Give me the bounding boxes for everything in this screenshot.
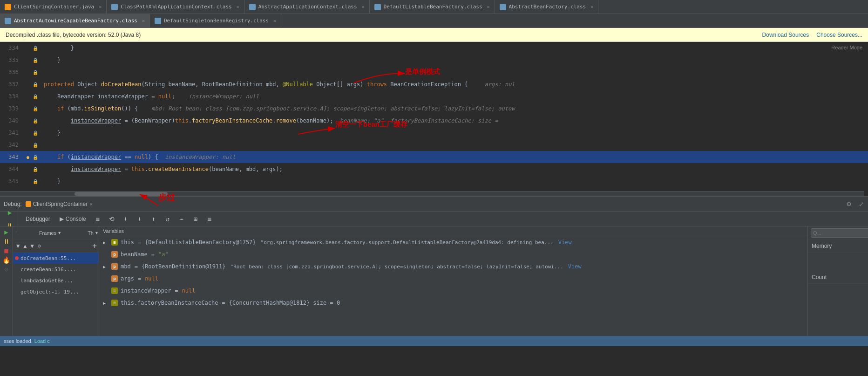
- code-line-339: 339 🔒 if (mbd.isSingleton()) { mbd: Root…: [0, 103, 868, 115]
- right-panel: ⚙ Memory Count: [807, 226, 868, 336]
- memory-section[interactable]: Memory: [808, 240, 868, 253]
- tab-close-icon[interactable]: ✕: [487, 4, 490, 9]
- choose-sources-link[interactable]: Choose Sources...: [816, 32, 862, 38]
- tab-classpathxml[interactable]: ClassPathXmlApplicationContext.class ✕: [107, 0, 244, 14]
- run-controls: ▶ ⏸ ■ 🔥 ⊘: [0, 226, 13, 336]
- toolbar-step-out-btn[interactable]: ⬆: [148, 213, 160, 225]
- toolbar-run-to-cursor-btn[interactable]: ⋯: [176, 213, 188, 225]
- frame-item-createbean[interactable]: createBean:516,...: [13, 264, 99, 275]
- toolbar-step-into-btn[interactable]: ⬇: [120, 213, 132, 225]
- toolbar-step-over-btn[interactable]: ⟲: [106, 213, 118, 225]
- tab-close-icon[interactable]: ✕: [142, 18, 145, 23]
- line-code: instanceWrapper = this.createBeanInstanc…: [40, 166, 868, 172]
- resume-button[interactable]: ▶: [4, 206, 16, 219]
- class-file-icon: [155, 18, 161, 24]
- variables-list: ▶ ≡ this = {DefaultListableBeanFactory@1…: [99, 236, 807, 336]
- debug-content: ▶ ⏸ ■ 🔥 ⊘ Frames ▼ Th ▼: [0, 226, 868, 336]
- toolbar-menu-btn[interactable]: ≡: [92, 213, 104, 225]
- debug-settings-icon[interactable]: ⚙: [847, 199, 851, 208]
- tab-close-icon[interactable]: ✕: [590, 4, 593, 9]
- var-value: {ConcurrentHashMap@1812} size = 0: [229, 300, 340, 306]
- tab-close-icon[interactable]: ✕: [362, 4, 365, 9]
- class-file-icon: [249, 4, 256, 10]
- var-type-badge: p: [111, 263, 118, 270]
- toolbar-force-step-into-btn[interactable]: ⬇: [134, 213, 146, 225]
- frames-filter-btn[interactable]: ⊘: [36, 242, 42, 250]
- line-lock: 🔒: [33, 94, 40, 99]
- debug-expand-icon[interactable]: ⤢: [859, 200, 864, 208]
- var-this[interactable]: ▶ ≡ this = {DefaultListableBeanFactory@1…: [99, 236, 807, 248]
- frames-up-btn[interactable]: ▼: [15, 242, 21, 250]
- frame-label: lambda$doGetBe...: [20, 278, 73, 284]
- tab-abstractbeanfactory[interactable]: AbstractBeanFactory.class ✕: [495, 0, 599, 14]
- console-tab[interactable]: ▶ Console: [56, 213, 90, 225]
- debug-toolbar: ▶ ⏸ Debugger ▶ Console ≡ ⟲ ⬇ ⬇ ⬆ ↺ ⋯ ⊞ ≡: [0, 212, 868, 226]
- run-btn-play[interactable]: ▶: [4, 228, 8, 236]
- tab-close-icon[interactable]: ✕: [237, 4, 239, 9]
- var-beanname[interactable]: p beanName = "a": [99, 248, 807, 260]
- code-area: Reader Mode 334 🔒 } 335 🔒 } 336 🔒 337: [0, 42, 868, 196]
- tab-defaultlistable[interactable]: DefaultListableBeanFactory.class ✕: [370, 0, 495, 14]
- tab-defaultsingleton[interactable]: DefaultSingletonBeanRegistry.class ✕: [150, 14, 281, 27]
- var-factory-cache[interactable]: ▶ ≡ this.factoryBeanInstanceCache = {Con…: [99, 297, 807, 309]
- var-value: {RootBeanDefinition@1911}: [142, 263, 226, 270]
- frame-item-lambda[interactable]: lambda$doGetBe...: [13, 275, 99, 286]
- class-file-icon: [374, 4, 381, 10]
- run-btn-pause[interactable]: ⏸: [3, 238, 10, 245]
- var-value: null: [182, 287, 196, 294]
- line-code: if (instanceWrapper == null) { instanceW…: [40, 154, 868, 160]
- var-expand-icon[interactable]: ▶: [103, 240, 108, 245]
- line-code: }: [40, 45, 868, 51]
- variables-header: Variables: [99, 226, 807, 236]
- var-instancewrapper[interactable]: ≡ instanceWrapper = null: [99, 285, 807, 297]
- tab-client-spring-container[interactable]: ClientSpringContainer.java ✕: [0, 0, 107, 14]
- var-expand-icon[interactable]: ▶: [103, 301, 108, 306]
- var-args[interactable]: p args = null: [99, 273, 807, 285]
- line-number: 334: [0, 45, 23, 51]
- tab-close-icon[interactable]: ✕: [99, 4, 102, 9]
- var-view-link[interactable]: View: [558, 239, 572, 246]
- run-btn-fire[interactable]: 🔥: [2, 256, 10, 264]
- threads-label-text: Th: [88, 230, 94, 236]
- right-panel-search-input[interactable]: [811, 228, 868, 238]
- debug-session-close[interactable]: ✕: [89, 201, 93, 207]
- frame-item-docreatebean[interactable]: doCreateBean:55...: [13, 253, 99, 264]
- frame-nav-controls: ▼ ▲ ▼ ⊘: [15, 242, 42, 250]
- tab-close-icon[interactable]: ✕: [273, 18, 276, 23]
- count-section[interactable]: Count: [808, 271, 868, 284]
- download-sources-link[interactable]: Download Sources: [762, 32, 809, 38]
- debug-session-tab[interactable]: ClientSpringContainer ✕: [26, 201, 93, 207]
- frame-item-getobject[interactable]: getObject:-1, 19...: [13, 286, 99, 297]
- debugger-tab[interactable]: Debugger: [22, 213, 54, 225]
- code-line-340: 340 🔒 instanceWrapper = (BeanWrapper)thi…: [0, 115, 868, 127]
- threads-dropdown-icon[interactable]: ▼: [95, 231, 99, 235]
- frames-list: doCreateBean:55... createBean:516,... la…: [13, 253, 99, 336]
- toolbar-drop-frame-btn[interactable]: ↺: [162, 213, 174, 225]
- frames-dropdown-icon[interactable]: ▼: [57, 231, 61, 235]
- status-link[interactable]: Load c: [34, 338, 50, 344]
- var-value: null: [145, 275, 158, 282]
- tab-label: AbstractApplicationContext.class: [258, 4, 357, 10]
- line-lock: 🔒: [33, 143, 40, 148]
- toolbar-eval-btn[interactable]: ⊞: [190, 213, 202, 225]
- var-value: {DefaultListableBeanFactory@1757}: [145, 239, 256, 246]
- var-eq: =: [222, 300, 225, 306]
- var-expand-icon[interactable]: ▶: [103, 264, 108, 269]
- frames-header-row: Frames ▼ Th ▼: [13, 226, 99, 239]
- tab-abstractapp[interactable]: AbstractApplicationContext.class ✕: [244, 0, 370, 14]
- var-mbd[interactable]: ▶ p mbd = {RootBeanDefinition@1911} "Roo…: [99, 260, 807, 273]
- frames-dn2-btn[interactable]: ▼: [29, 242, 35, 250]
- var-view-link[interactable]: View: [568, 263, 582, 270]
- java-file-icon: [5, 4, 11, 10]
- status-text: sses loaded.: [4, 338, 33, 344]
- run-btn-stop[interactable]: ■: [4, 247, 8, 254]
- frame-dot: [15, 256, 19, 260]
- toolbar-more-btn[interactable]: ≡: [203, 213, 216, 225]
- threads-col-header[interactable]: Th ▼: [88, 226, 99, 239]
- frames-add-btn[interactable]: +: [92, 241, 97, 250]
- frames-col-header[interactable]: Frames ▼: [13, 226, 88, 239]
- tab-abstractautowire[interactable]: AbstractAutowireCapableBeanFactory.class…: [0, 14, 150, 27]
- var-name: mbd: [121, 263, 131, 270]
- java-icon: [26, 201, 31, 207]
- frames-dn-btn[interactable]: ▲: [22, 242, 28, 250]
